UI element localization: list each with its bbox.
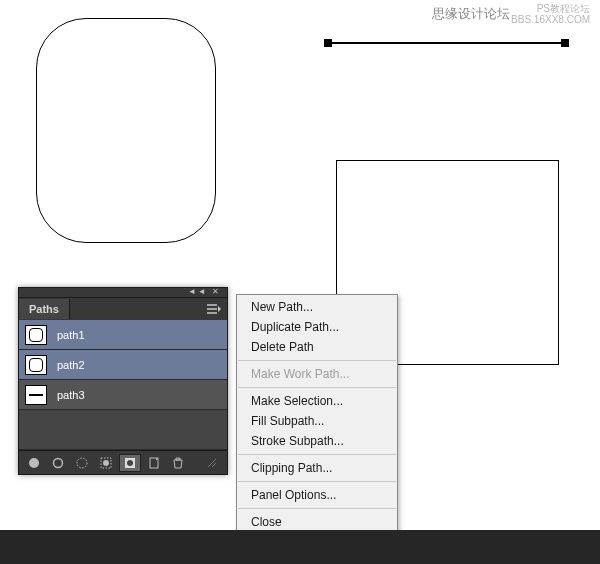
- fill-path-icon[interactable]: [23, 454, 45, 472]
- menu-item[interactable]: Close: [237, 512, 397, 532]
- panel-dock: [19, 450, 227, 474]
- svg-point-2: [77, 458, 87, 468]
- stroke-path-icon[interactable]: [47, 454, 69, 472]
- path-thumb: [25, 385, 47, 405]
- canvas-path-line: [328, 42, 565, 44]
- svg-point-0: [29, 458, 39, 468]
- resize-grip-icon[interactable]: [201, 454, 223, 472]
- selection-to-path-icon[interactable]: [95, 454, 117, 472]
- menu-separator: [238, 481, 396, 482]
- trash-icon[interactable]: [167, 454, 189, 472]
- menu-item: Make Work Path...: [237, 364, 397, 384]
- menu-separator: [238, 508, 396, 509]
- menu-item[interactable]: Clipping Path...: [237, 458, 397, 478]
- path-row[interactable]: path3: [19, 380, 227, 410]
- page-footer: [0, 530, 600, 564]
- panel-drag-bar[interactable]: ◄◄ ✕: [19, 288, 227, 298]
- path-label: path1: [57, 329, 85, 341]
- canvas-path-rounded-rect: [36, 18, 216, 243]
- svg-point-1: [54, 458, 63, 467]
- menu-item[interactable]: New Path...: [237, 297, 397, 317]
- menu-item[interactable]: Fill Subpath...: [237, 411, 397, 431]
- watermark-text-2: PS教程论坛 BBS.16XX8.COM: [511, 3, 590, 25]
- new-path-icon[interactable]: [143, 454, 165, 472]
- panel-context-menu: New Path...Duplicate Path...Delete PathM…: [236, 294, 398, 555]
- line-handle-right[interactable]: [561, 39, 569, 47]
- path-to-selection-icon[interactable]: [71, 454, 93, 472]
- tab-paths[interactable]: Paths: [19, 299, 70, 319]
- paths-panel: ◄◄ ✕ Paths path1 path2 path3: [18, 287, 228, 475]
- path-thumb: [25, 355, 47, 375]
- menu-item[interactable]: Duplicate Path...: [237, 317, 397, 337]
- path-row-empty[interactable]: [19, 410, 227, 450]
- menu-separator: [238, 387, 396, 388]
- path-row[interactable]: path2: [19, 350, 227, 380]
- menu-separator: [238, 360, 396, 361]
- svg-point-4: [103, 460, 109, 466]
- panel-tabbar: Paths: [19, 298, 227, 320]
- menu-separator: [238, 454, 396, 455]
- watermark-text: 思缘设计论坛: [432, 5, 510, 23]
- add-mask-icon[interactable]: [119, 454, 141, 472]
- menu-item[interactable]: Stroke Subpath...: [237, 431, 397, 451]
- line-handle-left[interactable]: [324, 39, 332, 47]
- path-thumb: [25, 325, 47, 345]
- path-label: path3: [57, 389, 85, 401]
- menu-item[interactable]: Panel Options...: [237, 485, 397, 505]
- collapse-close-icon[interactable]: ◄◄ ✕: [188, 287, 221, 296]
- path-row[interactable]: path1: [19, 320, 227, 350]
- menu-item[interactable]: Delete Path: [237, 337, 397, 357]
- paths-list: path1 path2 path3: [19, 320, 227, 450]
- menu-item[interactable]: Make Selection...: [237, 391, 397, 411]
- flyout-menu-icon[interactable]: [207, 304, 221, 314]
- svg-point-6: [127, 460, 133, 466]
- path-label: path2: [57, 359, 85, 371]
